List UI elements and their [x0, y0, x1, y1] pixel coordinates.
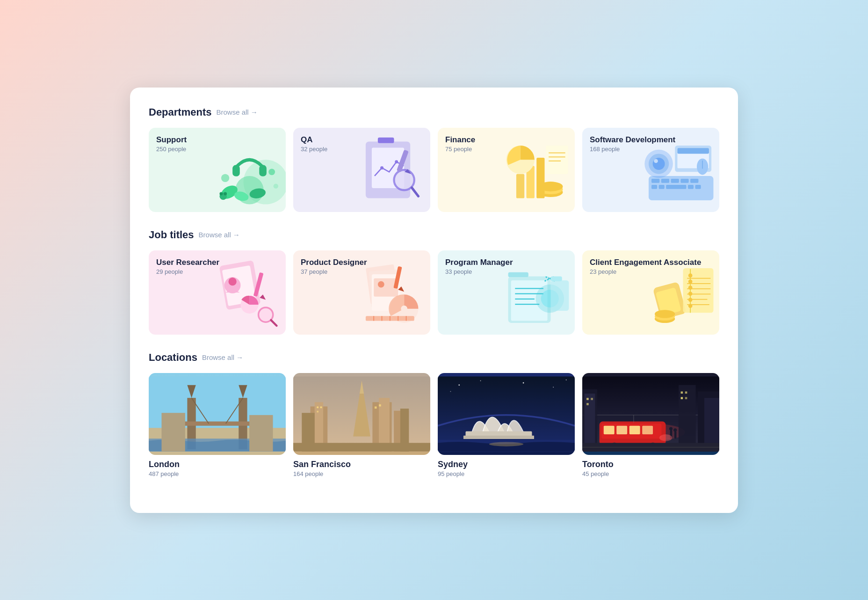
dept-qa-illustration — [341, 128, 430, 212]
location-toronto-count: 45 people — [582, 470, 719, 477]
svg-point-105 — [688, 304, 692, 308]
job-titles-header: Job titles Browse all → — [149, 229, 719, 241]
dept-software-count: 168 people — [590, 146, 675, 153]
svg-point-177 — [673, 428, 677, 432]
dept-software-label: Software Development 168 people — [590, 135, 675, 153]
location-sydney-photo — [438, 373, 575, 455]
svg-rect-120 — [249, 415, 273, 451]
svg-rect-171 — [685, 397, 687, 399]
svg-rect-89 — [550, 276, 562, 281]
location-sf-photo — [293, 373, 430, 455]
locations-title: Locations — [149, 351, 197, 364]
location-card-toronto[interactable]: Toronto 45 people — [582, 373, 719, 477]
location-toronto-image — [582, 373, 719, 455]
svg-rect-136 — [293, 443, 430, 451]
dept-card-finance[interactable]: Finance 75 people — [438, 128, 575, 212]
svg-rect-152 — [604, 425, 615, 434]
job-designer-count: 37 people — [301, 268, 367, 275]
svg-rect-113 — [183, 421, 252, 425]
job-titles-browse-label: Browse all — [199, 231, 231, 239]
svg-rect-36 — [671, 179, 679, 183]
dept-card-qa[interactable]: QA 32 people — [293, 128, 430, 212]
svg-rect-88 — [550, 280, 569, 311]
location-card-sydney[interactable]: Sydney 95 people — [438, 373, 575, 477]
dept-support-name: Support — [156, 135, 187, 145]
locations-grid: London 487 people — [149, 373, 719, 477]
svg-point-11 — [219, 192, 223, 195]
dept-card-software[interactable]: Software Development 168 people — [582, 128, 719, 212]
location-sydney-count: 95 people — [438, 470, 575, 477]
dept-support-illustration — [197, 128, 286, 212]
svg-point-66 — [377, 281, 384, 287]
svg-rect-119 — [161, 413, 185, 451]
svg-point-141 — [553, 387, 554, 388]
svg-line-61 — [271, 320, 276, 325]
location-london-photo — [149, 373, 286, 455]
dept-support-count: 250 people — [156, 146, 187, 153]
svg-point-142 — [566, 379, 567, 380]
departments-browse-label: Browse all — [216, 108, 248, 116]
svg-rect-46 — [677, 148, 709, 154]
location-sf-count: 164 people — [293, 470, 430, 477]
departments-section: Departments Browse all → Support 250 peo… — [149, 106, 719, 212]
job-card-designer[interactable]: Product Designer 37 people — [293, 250, 430, 335]
svg-rect-170 — [681, 397, 683, 399]
svg-point-16 — [380, 166, 383, 169]
job-titles-browse-all[interactable]: Browse all → — [199, 231, 240, 239]
job-designer-name: Product Designer — [301, 258, 367, 267]
main-card: Departments Browse all → Support 250 peo… — [130, 88, 738, 513]
location-sydney-name: Sydney — [438, 460, 575, 469]
locations-browse-label: Browse all — [202, 353, 234, 361]
job-pm-count: 33 people — [445, 268, 513, 275]
svg-rect-38 — [690, 179, 698, 183]
svg-rect-135 — [379, 404, 381, 406]
location-london-name: London — [149, 460, 286, 469]
svg-rect-154 — [629, 425, 640, 434]
dept-qa-label: QA 32 people — [301, 135, 327, 153]
job-client-count: 23 people — [590, 268, 701, 275]
dept-support-label: Support 250 people — [156, 135, 187, 153]
dept-card-support[interactable]: Support 250 people — [149, 128, 286, 212]
locations-browse-all[interactable]: Browse all → — [202, 353, 243, 361]
job-card-client[interactable]: Client Engagement Associate 23 people — [582, 250, 719, 335]
svg-rect-39 — [651, 185, 657, 189]
dept-software-name: Software Development — [590, 135, 675, 145]
svg-marker-59 — [260, 294, 266, 300]
svg-line-19 — [412, 188, 418, 196]
svg-rect-3 — [259, 165, 267, 176]
dept-finance-illustration — [486, 128, 575, 212]
dept-finance-name: Finance — [445, 135, 475, 145]
location-card-london[interactable]: London 487 people — [149, 373, 286, 477]
location-sf-name: San Francisco — [293, 460, 430, 469]
svg-point-108 — [655, 310, 675, 318]
job-titles-section: Job titles Browse all → User Researcher … — [149, 229, 719, 335]
svg-point-102 — [688, 285, 692, 290]
svg-point-7 — [221, 174, 229, 182]
job-card-pm[interactable]: Program Manager 33 people — [438, 250, 575, 335]
svg-point-140 — [523, 382, 524, 383]
location-toronto-photo — [582, 373, 719, 455]
svg-point-68 — [401, 305, 407, 312]
locations-browse-arrow: → — [236, 353, 243, 361]
svg-rect-43 — [695, 185, 701, 189]
locations-section: Locations Browse all → — [149, 351, 719, 477]
location-toronto-name: Toronto — [582, 460, 719, 469]
departments-browse-arrow: → — [251, 108, 258, 116]
svg-rect-169 — [685, 391, 687, 394]
svg-rect-161 — [585, 394, 595, 449]
svg-rect-176 — [674, 431, 677, 439]
svg-rect-2 — [232, 165, 240, 176]
job-card-researcher[interactable]: User Researcher 29 people — [149, 250, 286, 335]
svg-rect-168 — [681, 391, 683, 394]
svg-rect-29 — [546, 146, 568, 174]
location-card-sf[interactable]: San Francisco 164 people — [293, 373, 430, 477]
departments-grid: Support 250 people — [149, 128, 719, 212]
dept-qa-name: QA — [301, 135, 327, 145]
job-pm-name: Program Manager — [445, 258, 513, 267]
departments-browse-all[interactable]: Browse all → — [216, 108, 257, 116]
job-pm-label: Program Manager 33 people — [445, 258, 513, 275]
svg-rect-166 — [591, 398, 593, 400]
location-london-image — [149, 373, 286, 455]
job-researcher-count: 29 people — [156, 268, 219, 275]
departments-header: Departments Browse all → — [149, 106, 719, 118]
